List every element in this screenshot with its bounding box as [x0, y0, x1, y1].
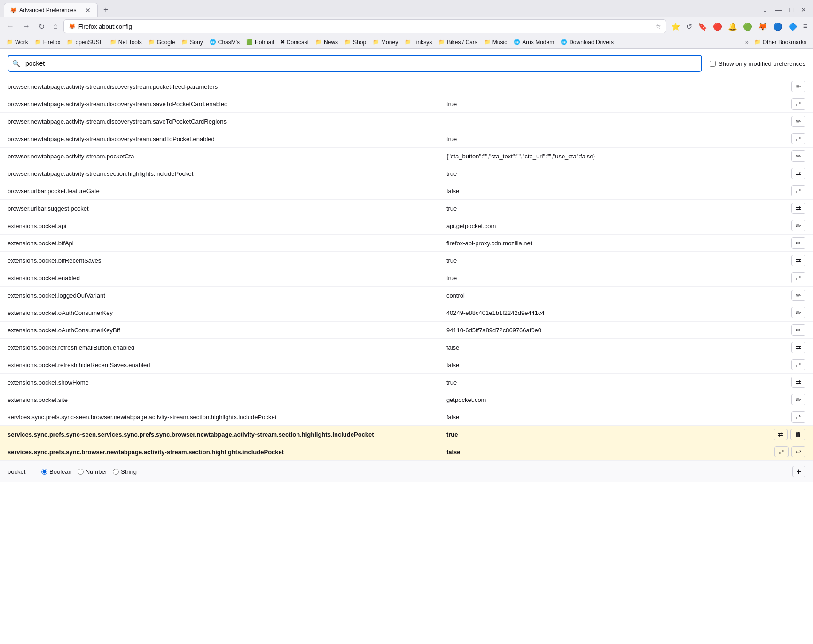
fox-icon[interactable]: 🦊: [756, 20, 769, 33]
bookmark-firefox[interactable]: 📁 Firefox: [32, 38, 63, 47]
forward-button[interactable]: →: [20, 20, 33, 32]
bookmark-shop[interactable]: 📁 Shop: [342, 38, 369, 47]
reset-button[interactable]: ⇄: [791, 377, 805, 388]
reset-button[interactable]: ⇄: [791, 203, 805, 214]
reset-button[interactable]: ⇄: [791, 342, 805, 353]
pref-actions: ⇄: [791, 411, 805, 423]
bookmark-sony-label: Sony: [190, 39, 203, 46]
extensions-icon[interactable]: ⭐: [669, 20, 682, 33]
edit-button[interactable]: ✏: [791, 290, 805, 301]
pref-name: extensions.pocket.bffApi: [8, 240, 446, 247]
minimize-button[interactable]: —: [773, 5, 785, 15]
pref-value: getpocket.com: [446, 396, 791, 403]
purple-icon[interactable]: 🔷: [786, 20, 799, 33]
bookmark-comcast[interactable]: ✖ Comcast: [278, 38, 312, 47]
boolean-radio[interactable]: [41, 469, 47, 475]
active-tab[interactable]: 🦊 Advanced Preferences ✕: [4, 3, 98, 17]
string-radio-text: String: [121, 468, 137, 475]
menu-icon[interactable]: ≡: [801, 20, 809, 33]
maximize-button[interactable]: □: [787, 5, 796, 15]
bookmark-chasm[interactable]: 🌐 ChasM's: [207, 38, 242, 47]
tab-title: Advanced Preferences: [19, 7, 81, 14]
pocket-icon[interactable]: 🔖: [696, 20, 709, 33]
home-button[interactable]: ⌂: [50, 20, 61, 32]
reset-button[interactable]: ⇄: [774, 446, 789, 457]
edit-button[interactable]: ✏: [791, 150, 805, 162]
edit-button[interactable]: ✏: [791, 116, 805, 127]
reset-button[interactable]: ⇄: [791, 411, 805, 423]
bookmark-hotmail-label: Hotmail: [255, 39, 274, 46]
reset-button[interactable]: ⇄: [791, 168, 805, 179]
pref-name: browser.newtabpage.activity-stream.disco…: [8, 135, 446, 142]
bookmark-money-label: Money: [381, 39, 398, 46]
bookmark-nettools[interactable]: 📁 Net Tools: [107, 38, 145, 47]
bookmark-google[interactable]: 📁 Google: [146, 38, 178, 47]
edit-button[interactable]: ✏: [791, 220, 805, 231]
bookmarks-overflow-button[interactable]: »: [743, 38, 750, 47]
show-modified-label[interactable]: Show only modified preferences: [710, 60, 805, 67]
notification-icon[interactable]: 🔔: [726, 20, 739, 33]
bookmark-hotmail[interactable]: 🟩 Hotmail: [243, 38, 277, 47]
pref-actions: ⇄ ↩: [774, 446, 805, 457]
show-modified-checkbox[interactable]: [710, 61, 716, 67]
red-icon[interactable]: 🔴: [711, 20, 724, 33]
number-radio-label[interactable]: Number: [78, 468, 107, 475]
pref-value: true: [446, 170, 791, 177]
pref-value: false: [446, 344, 791, 351]
bookmark-news[interactable]: 📁 News: [313, 38, 341, 47]
bookmark-linksys[interactable]: 📁 Linksys: [402, 38, 435, 47]
reset-button[interactable]: ⇄: [791, 185, 805, 196]
reset-button[interactable]: ⇄: [791, 359, 805, 370]
blue-icon[interactable]: 🔵: [771, 20, 784, 33]
edit-button[interactable]: ✏: [791, 307, 805, 318]
bookmark-drivers[interactable]: 🌐 Download Drivers: [558, 38, 617, 47]
reset-button[interactable]: ⇄: [791, 255, 805, 266]
reset-button[interactable]: ⇄: [791, 98, 805, 110]
bookmark-arris[interactable]: 🌐 Arris Modem: [511, 38, 557, 47]
bookmark-opensuse[interactable]: 📁 openSUSE: [64, 38, 106, 47]
pref-actions: ⇄: [791, 377, 805, 388]
tab-list-button[interactable]: ⌄: [759, 5, 771, 15]
bookmark-sony[interactable]: 📁 Sony: [179, 38, 205, 47]
undo-button[interactable]: ↩: [791, 446, 805, 457]
search-input[interactable]: [8, 55, 702, 72]
reset-button[interactable]: ⇄: [774, 429, 788, 440]
bookmark-firefox-label: Firefox: [43, 39, 61, 46]
reload-button[interactable]: ↻: [36, 20, 47, 33]
search-bar: 🔍 Show only modified preferences: [0, 49, 813, 78]
bookmark-music[interactable]: 📁 Music: [481, 38, 510, 47]
edit-button[interactable]: ✏: [791, 324, 805, 336]
pref-actions: ✏: [791, 81, 805, 92]
string-radio-label[interactable]: String: [113, 468, 137, 475]
globe-icon: 🌐: [210, 39, 216, 45]
reset-button[interactable]: ⇄: [791, 272, 805, 283]
folder-icon: 📁: [344, 39, 351, 45]
close-window-button[interactable]: ✕: [798, 5, 809, 15]
refresh-icon[interactable]: ↺: [684, 20, 694, 33]
url-bar[interactable]: 🦊 Firefox about:config ☆: [63, 19, 666, 33]
reset-button[interactable]: ⇄: [791, 133, 805, 144]
pref-value: true: [446, 275, 791, 282]
delete-button[interactable]: 🗑: [790, 429, 805, 440]
string-radio[interactable]: [113, 469, 119, 475]
boolean-radio-label[interactable]: Boolean: [41, 468, 72, 475]
tab-close-button[interactable]: ✕: [84, 7, 92, 14]
pref-actions: ⇄: [791, 342, 805, 353]
number-radio[interactable]: [78, 469, 84, 475]
edit-button[interactable]: ✏: [791, 81, 805, 92]
add-preference-button[interactable]: +: [792, 466, 805, 477]
bookmark-money[interactable]: 📁 Money: [370, 38, 401, 47]
bookmark-work[interactable]: 📁 Work: [4, 38, 31, 47]
pref-name: extensions.pocket.loggedOutVariant: [8, 292, 446, 299]
back-button[interactable]: ←: [4, 20, 17, 32]
edit-button[interactable]: ✏: [791, 237, 805, 249]
edit-button[interactable]: ✏: [791, 394, 805, 405]
bookmark-bikes[interactable]: 📁 Bikes / Cars: [436, 38, 480, 47]
new-tab-button[interactable]: +: [100, 4, 112, 16]
bookmark-other[interactable]: 📁 Other Bookmarks: [751, 38, 809, 47]
bookmark-star-icon[interactable]: ☆: [655, 23, 661, 30]
bookmark-other-label: Other Bookmarks: [763, 39, 806, 46]
folder-icon: 📁: [754, 39, 761, 45]
vpn-icon[interactable]: 🟢: [741, 20, 754, 33]
pref-actions: ⇄ 🗑: [774, 429, 805, 440]
